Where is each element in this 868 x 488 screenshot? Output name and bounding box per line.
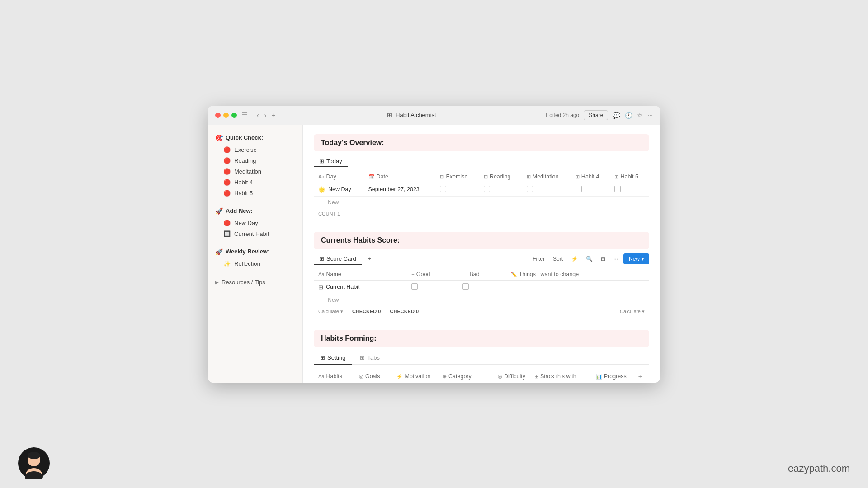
tabs-tab-label: Tabs	[367, 354, 379, 361]
sort-button[interactable]: Sort	[550, 254, 566, 263]
bad-checkbox[interactable]	[462, 283, 469, 290]
cell-habit4-check[interactable]	[571, 183, 610, 196]
add-new-today[interactable]: + + New	[314, 197, 649, 208]
tab-tabs[interactable]: ⊞ Tabs	[354, 352, 386, 365]
checked-right: CHECKED 0	[390, 309, 419, 314]
add-view-button[interactable]: +	[365, 254, 374, 263]
comment-icon[interactable]: 💬	[613, 112, 620, 119]
score-toolbar: ⊞ Score Card + Filter Sort ⚡ 🔍 ⊟ ··· New	[314, 253, 649, 265]
score-good-cell[interactable]	[407, 280, 458, 294]
current-habit-row-icon: ⊞	[318, 284, 323, 291]
current-habit-icon: 🔲	[223, 230, 231, 237]
watermark: eazypath.com	[788, 463, 850, 474]
th-name: AaName	[314, 268, 407, 281]
sidebar-item-current-habit[interactable]: 🔲 Current Habit	[211, 229, 300, 239]
browser-actions: Edited 2h ago Share 💬 🕐 ☆ ···	[546, 110, 653, 120]
chevron-right-icon: ▶	[215, 280, 219, 285]
th-day: AaDay	[314, 171, 364, 183]
today-table-header-row: AaDay 📅Date ⊞Exercise ⊞Reading ⊞Meditati…	[314, 171, 649, 183]
cell-meditation-check[interactable]	[522, 183, 571, 196]
habit4-icon: 🔴	[223, 179, 231, 186]
th-reading: ⊞Reading	[479, 171, 522, 183]
avatar	[18, 447, 50, 479]
calculate-left[interactable]: Calculate ▾	[318, 309, 343, 314]
cell-reading-check[interactable]	[479, 183, 522, 196]
sidebar-item-exercise[interactable]: 🔴 Exercise	[211, 145, 300, 155]
add-new-section: 🚀 Add New: 🔴 New Day 🔲 Current Habit	[208, 206, 302, 239]
quick-check-header: 🎯 Quick Check:	[208, 132, 302, 144]
th-exercise: ⊞Exercise	[435, 171, 479, 183]
lightning-icon[interactable]: ⚡	[568, 254, 580, 263]
close-button[interactable]	[215, 113, 221, 118]
setting-tab-label: Setting	[327, 354, 345, 361]
habits-forming-header: Habits Forming:	[314, 330, 649, 347]
meditation-checkbox[interactable]	[527, 186, 533, 192]
edited-label: Edited 2h ago	[546, 112, 579, 118]
more-options-icon[interactable]: ···	[611, 254, 621, 263]
sidebar-item-habit5[interactable]: 🔴 Habit 5	[211, 188, 300, 198]
current-habit-name: Current Habit	[326, 284, 359, 290]
forward-button[interactable]: ›	[263, 111, 269, 120]
more-icon[interactable]: ···	[647, 112, 653, 119]
maximize-button[interactable]	[231, 113, 237, 118]
minimize-button[interactable]	[223, 113, 229, 118]
add-page-button[interactable]: +	[270, 111, 277, 120]
tab-setting[interactable]: ⊞ Setting	[314, 352, 352, 365]
score-card-tab[interactable]: ⊞ Score Card	[314, 253, 362, 265]
th-category: ⊕Category	[438, 369, 493, 383]
th-habit5: ⊞Habit 5	[610, 171, 649, 183]
score-bad-cell[interactable]	[458, 280, 506, 294]
score-section-header: Currents Habits Score:	[314, 232, 649, 249]
quick-check-icon: 🎯	[215, 134, 223, 141]
star-icon[interactable]: ☆	[637, 112, 643, 119]
setting-tab-icon: ⊞	[320, 354, 325, 361]
tab-today[interactable]: ⊞ Today	[314, 156, 348, 167]
menu-icon[interactable]: ☰	[241, 111, 248, 119]
habit4-checkbox[interactable]	[576, 186, 582, 192]
new-button[interactable]: New ▾	[623, 253, 649, 264]
score-table-header-row: AaName +Good —Bad ✏️Things I want to cha…	[314, 268, 649, 281]
sidebar-item-label: New Day	[234, 220, 258, 226]
filter-button[interactable]: Filter	[530, 254, 547, 263]
share-button[interactable]: Share	[584, 110, 608, 120]
good-checkbox[interactable]	[411, 283, 418, 290]
add-column-button[interactable]: +	[636, 372, 645, 381]
search-icon[interactable]: 🔍	[583, 254, 595, 263]
th-good: +Good	[407, 268, 458, 281]
today-tab-label: Today	[326, 158, 342, 164]
calculate-right[interactable]: Calculate ▾	[620, 309, 645, 314]
browser-window: ☰ ‹ › + ⊞ Habit Alchemist Edited 2h ago …	[208, 106, 660, 383]
sidebar-item-new-day[interactable]: 🔴 New Day	[211, 218, 300, 228]
plus-icon: +	[318, 199, 321, 206]
browser-chrome: ☰ ‹ › + ⊞ Habit Alchemist Edited 2h ago …	[208, 106, 660, 125]
back-button[interactable]: ‹	[255, 111, 261, 120]
clock-icon[interactable]: 🕐	[625, 112, 632, 119]
th-add-col: +	[631, 369, 649, 383]
add-new-score[interactable]: + + New	[314, 294, 649, 306]
th-habits: AaHabits	[314, 369, 354, 383]
sidebar-item-habit4[interactable]: 🔴 Habit 4	[211, 177, 300, 188]
score-tab-label: Score Card	[326, 255, 356, 262]
new-day-icon: 🔴	[223, 220, 231, 226]
score-name-cell: ⊞ Current Habit	[314, 280, 407, 294]
sidebar-item-reflection[interactable]: ✨ Reflection	[211, 258, 300, 269]
sidebar-item-label: Habit 5	[234, 190, 253, 197]
habits-header-row: AaHabits ◎Goals ⚡Motivation ⊕Category ◎D…	[314, 369, 649, 383]
today-overview-section: Today's Overview: ⊞ Today AaDay 📅Date ⊞E…	[314, 134, 649, 219]
sidebar-item-reading[interactable]: 🔴 Reading	[211, 155, 300, 166]
score-footer: Calculate ▾ CHECKED 0 CHECKED 0 Calculat…	[314, 306, 649, 317]
today-tab-bar: ⊞ Today	[314, 156, 649, 167]
today-table: AaDay 📅Date ⊞Exercise ⊞Reading ⊞Meditati…	[314, 171, 649, 197]
cell-habit5-check[interactable]	[610, 183, 649, 196]
reading-checkbox[interactable]	[484, 186, 490, 192]
quick-check-label: Quick Check:	[226, 134, 263, 141]
th-goals: ◎Goals	[354, 369, 392, 383]
resources-toggle[interactable]: ▶ Resources / Tips	[208, 276, 302, 288]
table-row: ⊞ Current Habit	[314, 280, 649, 294]
cell-exercise-check[interactable]	[435, 183, 479, 196]
layout-icon[interactable]: ⊟	[598, 254, 608, 263]
exercise-checkbox[interactable]	[440, 186, 446, 192]
habit5-checkbox[interactable]	[614, 186, 621, 192]
sidebar-item-label: Exercise	[234, 146, 257, 153]
sidebar-item-meditation[interactable]: 🔴 Meditation	[211, 166, 300, 177]
